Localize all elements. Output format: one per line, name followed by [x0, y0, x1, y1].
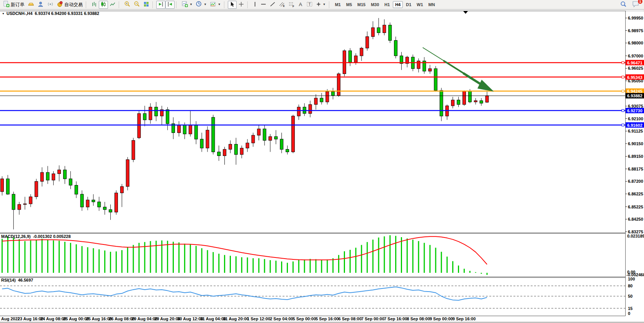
- svg-text:7 Sep 00:00: 7 Sep 00:00: [361, 316, 384, 321]
- svg-text:6.89150: 6.89150: [628, 154, 643, 159]
- timeframe-H4[interactable]: H4: [393, 1, 403, 8]
- main-toolbar: 新订单 自动交易: [0, 0, 644, 10]
- periods-button[interactable]: ▼: [194, 1, 208, 9]
- svg-text:F: F: [293, 5, 294, 7]
- candlestick-chart-icon: [100, 1, 106, 8]
- svg-text:8 Sep 08:00: 8 Sep 08:00: [407, 316, 430, 321]
- search-icon: [620, 1, 627, 9]
- trend-arrow[interactable]: [423, 48, 494, 92]
- timeframe-M1[interactable]: M1: [333, 1, 343, 8]
- bar-chart-button[interactable]: [90, 1, 99, 9]
- svg-text:25 Aug 16:00: 25 Aug 16:00: [86, 316, 112, 321]
- svg-text:6.84250: 6.84250: [628, 217, 643, 221]
- timeframe-H1[interactable]: H1: [382, 1, 392, 8]
- fibonacci-icon: F: [288, 1, 295, 8]
- svg-text:100: 100: [628, 277, 635, 281]
- horizontal-line-icon: [260, 1, 266, 8]
- rsi-name: RSI(14): [1, 278, 16, 282]
- svg-text:6.83275: 6.83275: [628, 230, 643, 234]
- rsi-indicator-label: RSI(14) 46.5697: [1, 278, 33, 282]
- trendline-icon: [270, 1, 276, 8]
- svg-text:E: E: [283, 5, 285, 7]
- svg-text:0: 0: [628, 311, 630, 316]
- svg-text:29 Aug 20:00: 29 Aug 20:00: [154, 316, 180, 321]
- toolbar-separator: [152, 2, 155, 8]
- new-order-button[interactable]: 新订单: [2, 1, 26, 9]
- timeframe-D1[interactable]: D1: [404, 1, 414, 8]
- macd-values: -0.001302 0.005228: [33, 234, 70, 239]
- timeframe-W1[interactable]: W1: [414, 1, 425, 8]
- svg-text:6.94245: 6.94245: [627, 89, 642, 93]
- svg-text:29 Aug 04:00: 29 Aug 04:00: [132, 316, 157, 321]
- zoom-out-icon: [134, 1, 140, 8]
- svg-text:6.88175: 6.88175: [628, 167, 643, 171]
- zoom-out-button[interactable]: [132, 1, 142, 9]
- svg-text:6.93075: 6.93075: [628, 104, 643, 108]
- time-axis[interactable]: 23 Aug 202223 Aug 16:0024 Aug 08:0025 Au…: [0, 316, 476, 321]
- svg-text:6.96471: 6.96471: [627, 61, 642, 65]
- svg-text:6.92730: 6.92730: [627, 108, 642, 113]
- svg-text:31 Aug 04:00: 31 Aug 04:00: [200, 316, 226, 321]
- timeframe-M30[interactable]: M30: [369, 1, 381, 8]
- line-chart-button[interactable]: [108, 1, 117, 9]
- candlestick-chart-button[interactable]: [99, 1, 108, 9]
- chevron-down-icon: ▼: [190, 3, 193, 6]
- toolbar-separator: [119, 2, 121, 8]
- svg-text:23 Aug 16:00: 23 Aug 16:00: [18, 316, 43, 321]
- chat-button[interactable]: 1: [632, 0, 640, 9]
- new-order-icon: [3, 1, 10, 8]
- cursor-button[interactable]: [228, 1, 237, 9]
- equidistant-channel-button[interactable]: E: [277, 1, 287, 9]
- new-chart-button[interactable]: ▼: [180, 1, 194, 9]
- chevron-down-icon: ▼: [204, 3, 207, 6]
- text-label-button[interactable]: T: [305, 1, 314, 9]
- chart-canvas[interactable]: 6.999506.989756.980006.970006.960256.950…: [0, 0, 644, 323]
- text-label-icon: T: [306, 1, 313, 8]
- svg-text:6.87200: 6.87200: [628, 179, 643, 184]
- fibonacci-button[interactable]: F: [287, 1, 296, 9]
- horizontal-line-button[interactable]: [259, 1, 268, 9]
- autotrading-button[interactable]: 自动交易: [55, 1, 84, 9]
- svg-text:6.85225: 6.85225: [628, 205, 643, 209]
- timeframe-M5[interactable]: M5: [344, 1, 354, 8]
- person-icon: [38, 1, 44, 8]
- svg-text:6.91125: 6.91125: [628, 129, 643, 133]
- new-order-label: 新订单: [11, 2, 25, 8]
- chevron-down-icon: ▼: [323, 3, 326, 6]
- chart-ohlc-values: 6.93374 6.94200 6.93331 6.93882: [35, 11, 99, 16]
- svg-text:6.96025: 6.96025: [628, 66, 643, 71]
- arrows-button[interactable]: ▼: [314, 1, 327, 9]
- text-button[interactable]: A: [296, 1, 305, 9]
- svg-text:50: 50: [628, 294, 633, 298]
- timeframe-M15[interactable]: M15: [355, 1, 368, 8]
- svg-text:6.98975: 6.98975: [628, 28, 643, 33]
- timeframe-MN[interactable]: MN: [426, 1, 437, 8]
- search-button[interactable]: [618, 1, 628, 9]
- community-button[interactable]: [36, 1, 46, 9]
- timeframe-group: M1M5M15M30H1H4D1W1MN: [333, 1, 437, 8]
- tile-windows-button[interactable]: [142, 1, 151, 9]
- symbol-dropdown-icon[interactable]: ▼: [2, 12, 5, 15]
- svg-text:A: A: [299, 2, 302, 7]
- auto-scroll-button[interactable]: [156, 1, 165, 9]
- toolbar-separator: [224, 2, 227, 8]
- svg-text:6.95343: 6.95343: [627, 75, 642, 80]
- signals-button[interactable]: [46, 1, 55, 9]
- svg-text:6 Sep 08:00: 6 Sep 08:00: [338, 316, 362, 321]
- chart-shift-button[interactable]: [165, 1, 175, 9]
- mt4-terminal: { "toolbar": { "new_order_label": "新订单",…: [0, 0, 644, 323]
- vertical-line-button[interactable]: [251, 1, 259, 9]
- zoom-in-button[interactable]: [123, 1, 132, 9]
- chart-symbol-period: USDCNH-,H4: [7, 11, 33, 16]
- toolbar-separator: [176, 2, 179, 8]
- macd-indicator-label: MACD(12,26,9) -0.001302 0.005228: [1, 234, 71, 239]
- templates-button[interactable]: ▼: [208, 1, 222, 9]
- toolbar-separator: [247, 2, 250, 8]
- market-watch-button[interactable]: [26, 1, 36, 9]
- trendline-button[interactable]: [268, 1, 277, 9]
- price-axis[interactable]: 6.999506.989756.980006.970006.960256.950…: [626, 11, 644, 316]
- autotrading-label: 自动交易: [64, 2, 83, 8]
- crosshair-button[interactable]: [237, 1, 246, 9]
- macd-pane: [2, 235, 487, 275]
- svg-text:6.90150: 6.90150: [628, 141, 643, 146]
